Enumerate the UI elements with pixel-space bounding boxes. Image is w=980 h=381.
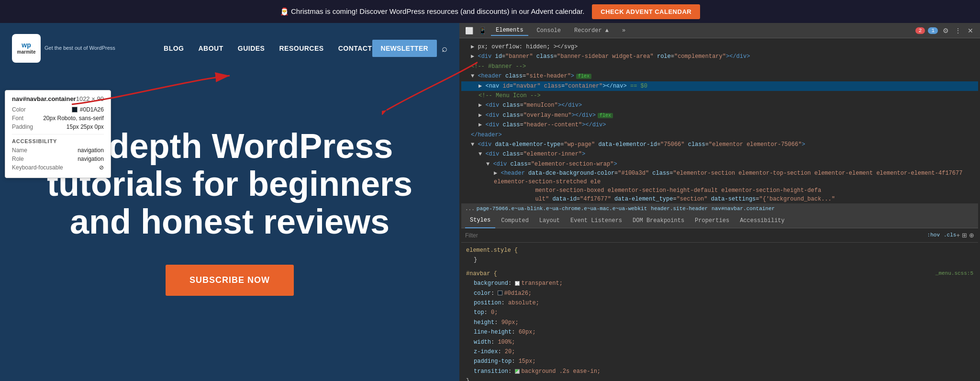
tooltip-title: nav#navbar.container 1022 × 90 [12,95,104,102]
nav-contact[interactable]: CONTACT [338,34,372,63]
tooltip-font-row: Font 20px Roboto, sans-serif [12,115,104,122]
color-swatch-dark [498,291,502,295]
css-rules: element.style { } #navbar { _menu.scss:5… [461,243,978,381]
devtools-panel: ⬜ 📱 Elements Console Recorder ▲ » 2 1 ⚙ … [459,23,980,381]
navbar: wp marmite Get the best out of WordPress… [0,23,459,66]
breadcrumb-header[interactable]: header.site-header [651,204,708,213]
close-devtools-button[interactable]: ✕ [966,26,975,35]
dom-line: ▶ <div class="menuIcon"></div> [461,101,978,110]
main-layout: wp marmite Get the best out of WordPress… [0,23,980,381]
breadcrumb-nav[interactable]: nav#navbar.container [712,204,775,213]
styles-tab-dom-breakpoints[interactable]: DOM Breakpoints [628,214,689,227]
newsletter-button[interactable]: NEWSLETTER [372,40,437,57]
tooltip-keyboard-label: Keyboard-focusable [12,164,63,171]
styles-tab-properties[interactable]: Properties [690,214,734,227]
breadcrumb-page[interactable]: page-75066.e~ua-blink.e~ua-chrome.e~ua-m… [477,204,647,213]
logo-text: Get the best out of WordPress [45,45,115,52]
css-rule-element-style: element.style { } [466,246,973,265]
css-props: background: transparent; color: #0d1a26;… [466,279,973,376]
styles-tab-styles[interactable]: Styles [465,213,495,228]
subscribe-button[interactable]: SUBSCRIBE NOW [166,265,294,296]
tooltip-padding-row: Padding 15px 25px 0px [12,123,104,130]
transparent-swatch [515,281,520,286]
styles-tabs-bar: Styles Computed Layout Event Listeners D… [461,214,978,228]
settings-button[interactable]: ⚙ [941,26,950,35]
announcement-bar: 🎅 Christmas is coming! Discover WordPres… [0,0,980,23]
nav-about[interactable]: ABOUT [198,34,223,63]
filter-input[interactable] [465,232,924,239]
nav-resources[interactable]: RESOURCES [279,34,323,63]
search-icon[interactable]: ⌕ [442,34,447,63]
nav-guides[interactable]: GUIDES [238,34,265,63]
warning-badge: 1 [928,27,938,34]
transition-swatch [515,369,520,374]
styles-tab-accessibility[interactable]: Accessibility [735,214,790,227]
logo-marmite: marmite [17,49,36,55]
tooltip-keyboard-value: ⊘ [99,164,104,171]
logo-icon: wp marmite [12,34,41,63]
more-options-button[interactable]: ⋮ [953,26,963,35]
site-header: wp marmite Get the best out of WordPress… [0,23,459,66]
tab-console[interactable]: Console [532,26,566,35]
tab-recorder[interactable]: Recorder ▲ [569,26,613,35]
dom-line: ▼ <div data-elementor-type="wp-page" dat… [461,140,978,149]
dom-line: ▶ <div class="header--content"></div> [461,120,978,130]
styles-tab-event-listeners[interactable]: Event Listeners [566,214,627,227]
website-section: wp marmite Get the best out of WordPress… [0,23,459,381]
dom-line: ▶ <div class="overlay-menu"></div>flex [461,111,978,120]
filter-new-rule-btn[interactable]: ⊕ [969,232,974,239]
tooltip-role-value: navigation [78,156,104,162]
dom-line-highlighted[interactable]: ▶ <nav id="navbar" class="container"></n… [461,81,978,91]
tooltip-name-value: navigation [78,147,104,154]
styles-tab-layout[interactable]: Layout [535,214,565,227]
filter-icons: + ⊞ ⊕ [956,232,974,239]
styles-tab-computed[interactable]: Computed [496,214,534,227]
tooltip-color-label: Color [12,106,26,113]
css-selector-navbar: #navbar { [466,270,497,277]
css-rule-navbar: #navbar { _menu.scss:5 background: trans… [466,269,973,381]
css-source: _menu.scss:5 [935,269,973,278]
nav-blog[interactable]: BLOG [164,34,184,63]
filter-add-button[interactable]: + [956,232,960,239]
tab-more[interactable]: » [617,26,630,35]
advent-calendar-button[interactable]: CHECK ADVENT CALENDAR [592,4,700,19]
tooltip-padding-label: Padding [12,123,33,130]
dom-line: ▶ <div id="banner" class="banner-sidebar… [461,52,978,61]
tooltip-name-label: Name [12,147,27,154]
error-badge: 2 [915,27,925,34]
element-tooltip: nav#navbar.container 1022 × 90 Color #0D… [5,90,111,178]
dom-line: ▼ <header class="site-header">flex [461,71,978,81]
logo-area[interactable]: wp marmite Get the best out of WordPress [12,34,115,63]
breadcrumb-ellipsis: ... [465,204,475,213]
tab-elements[interactable]: Elements [491,25,528,36]
dom-line: <!-- Menu Icon --> [461,91,978,101]
hero-section: In-depth WordPress tutorials for beginne… [0,23,459,381]
tooltip-divider [12,134,104,134]
dom-line: ▼ <div class="elementor-inner"> [461,149,978,159]
inspect-tool-button[interactable]: ⬜ [464,26,474,35]
css-closing-brace2: } [466,378,469,381]
tooltip-font-label: Font [12,115,23,122]
devtools-content: ▶ px; overflow: hidden; ></svg> ▶ <div i… [459,38,980,381]
dom-line: ▶ px; overflow: hidden; ></svg> [461,42,978,52]
tooltip-color-row: Color #0D1A26 [12,106,104,113]
dom-line: </header> [461,130,978,140]
filter-icon-btn[interactable]: ⊞ [962,232,967,239]
tooltip-dimensions: 1022 × 90 [76,95,104,102]
dom-line: ▶ <header data-dce-background-color="#10… [461,169,978,203]
tooltip-role-label: Role [12,156,24,162]
css-closing-brace: } [466,257,477,263]
tooltip-font-value: 20px Roboto, sans-serif [43,115,104,122]
device-tool-button[interactable]: 📱 [478,26,487,35]
tooltip-name-row: Name navigation [12,147,104,154]
dom-panel: ▶ px; overflow: hidden; ></svg> ▶ <div i… [459,38,980,381]
filter-hov-badge[interactable]: :hov [927,231,940,240]
tooltip-color-value: #0D1A26 [72,106,104,113]
accessibility-label: ACCESSIBILITY [12,138,104,144]
nav-links: BLOG ABOUT GUIDES RESOURCES CONTACT [164,34,372,63]
badge-row: 2 1 ⚙ ⋮ ✕ [915,26,975,35]
logo-wp: wp [22,41,31,49]
breadcrumb-bar: ... page-75066.e~ua-blink.e~ua-chrome.e~… [461,203,978,214]
logo-tagline: Get the best out of WordPress [45,45,115,52]
filter-cls-badge[interactable]: .cls [944,231,956,240]
